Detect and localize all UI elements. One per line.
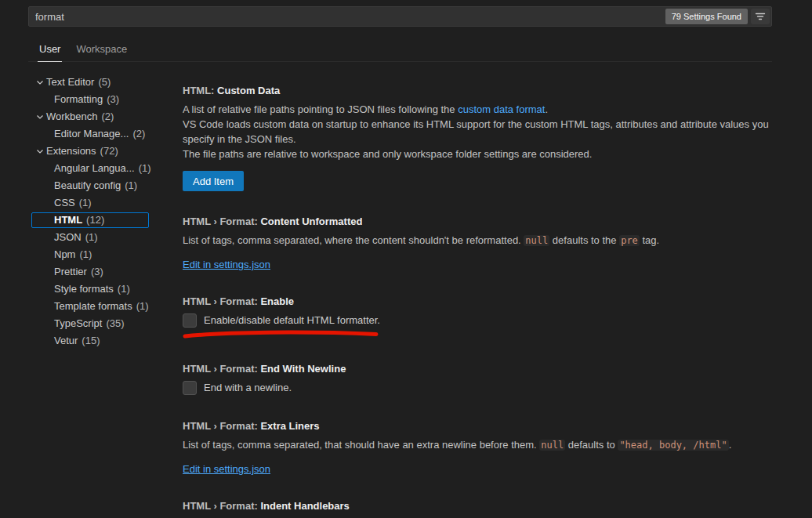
sidebar-item-label: Beautify config (54, 179, 121, 193)
sidebar-item-vetur[interactable]: Vetur(15) (31, 333, 149, 349)
sidebar-item-css[interactable]: CSS(1) (31, 195, 149, 211)
sidebar-item-label: Style formats (54, 282, 114, 296)
sidebar-item-style-formats[interactable]: Style formats(1) (31, 281, 149, 297)
sidebar-item-editor-manage[interactable]: Editor Manage...(2) (31, 126, 149, 142)
setting-html-format-extra-liners: HTML › Format: Extra LinersList of tags,… (183, 419, 781, 476)
tab-user[interactable]: User (38, 43, 62, 62)
setting-category: HTML › Format: (183, 363, 260, 375)
description-text: The file paths are relative to workspace… (183, 148, 592, 160)
setting-title: HTML › Format: Indent Handlebars (183, 499, 781, 513)
setting-title: HTML › Format: Content Unformatted (183, 215, 781, 228)
setting-category: HTML › Format: (183, 500, 260, 512)
setting-name: End With Newline (260, 363, 346, 375)
setting-html-format-end-with-newline: HTML › Format: End With NewlineEnd with … (183, 362, 781, 396)
checkbox-label: Enable/disable default HTML formatter. (204, 313, 380, 328)
setting-name: Enable (260, 295, 294, 307)
code-span: null (524, 235, 549, 246)
sidebar-item-template-formats[interactable]: Template formats(1) (31, 299, 149, 314)
sidebar-item-label: Vetur (54, 334, 78, 348)
description-text: defaults to the (549, 234, 619, 246)
checkbox[interactable] (183, 381, 197, 395)
setting-html-format-indent-handlebars: HTML › Format: Indent HandlebarsFormat a… (183, 499, 781, 518)
setting-category: HTML: (183, 85, 217, 96)
sidebar-item-label: CSS (54, 196, 75, 210)
sidebar-item-json[interactable]: JSON(1) (31, 230, 149, 245)
sidebar-item-count: (1) (139, 161, 151, 176)
description-text: List of tags, comma separated, where the… (183, 234, 524, 246)
setting-name: Custom Data (217, 85, 280, 96)
setting-title: HTML: Custom Data (183, 84, 781, 97)
setting-html-format-enable: HTML › Format: EnableEnable/disable defa… (183, 295, 781, 339)
description-text: . (729, 439, 732, 451)
code-span: pre (619, 235, 640, 246)
description-text: tag. (640, 234, 659, 246)
sidebar-item-count: (3) (91, 265, 103, 279)
sidebar-item-count: (2) (102, 110, 114, 124)
sidebar-item-label: Extensions (46, 144, 96, 158)
sidebar-item-text-editor[interactable]: Text Editor(5) (31, 74, 149, 90)
setting-name: Content Unformatted (260, 216, 362, 227)
tab-workspace[interactable]: Workspace (74, 43, 129, 62)
sidebar-item-angular-langua[interactable]: Angular Langua...(1) (31, 161, 149, 176)
setting-category: HTML › Format: (183, 420, 260, 432)
sidebar-item-label: Prettier (54, 265, 87, 279)
chevron-down-icon (34, 76, 46, 89)
description-text: defaults to (565, 439, 618, 451)
sidebar-item-beautify-config[interactable]: Beautify config(1) (31, 178, 149, 194)
checkbox-label: End with a newline. (204, 380, 292, 396)
sidebar-item-label: HTML (54, 213, 82, 227)
checkbox-row: Enable/disable default HTML formatter. (183, 313, 781, 328)
setting-html-custom-data: HTML: Custom DataA list of relative file… (183, 84, 781, 191)
sidebar-item-count: (35) (106, 317, 124, 331)
setting-description: List of tags, comma separated, that shou… (183, 437, 781, 453)
code-span: null (539, 440, 565, 451)
add-item-button[interactable]: Add Item (183, 171, 244, 191)
sidebar-item-prettier[interactable]: Prettier(3) (31, 264, 149, 280)
filter-icon[interactable] (751, 9, 770, 24)
checkbox[interactable] (183, 313, 197, 328)
setting-html-format-content-unformatted: HTML › Format: Content UnformattedList o… (183, 215, 781, 271)
red-underline-annotation (183, 329, 781, 339)
setting-description: List of tags, comma separated, where the… (183, 233, 781, 248)
edit-in-settings-json-link[interactable]: Edit in settings.json (183, 462, 270, 476)
sidebar-item-label: Workbench (46, 110, 98, 124)
sidebar-item-formatting[interactable]: Formatting(3) (31, 92, 149, 107)
setting-title: HTML › Format: Enable (183, 295, 781, 308)
sidebar-item-label: JSON (54, 230, 82, 245)
sidebar-item-extensions[interactable]: Extensions(72) (31, 143, 149, 159)
sidebar-item-count: (3) (107, 92, 119, 107)
sidebar-item-label: Text Editor (46, 75, 94, 89)
sidebar-item-count: (1) (125, 179, 137, 193)
sidebar-item-count: (5) (98, 75, 111, 89)
setting-title: HTML › Format: End With Newline (183, 362, 781, 375)
setting-description: VS Code loads custom data on startup to … (183, 117, 781, 147)
settings-search-bar: 79 Settings Found (28, 6, 772, 27)
sidebar-item-count: (15) (82, 334, 100, 348)
settings-search-input[interactable] (28, 6, 772, 27)
doc-link[interactable]: custom data format (458, 103, 545, 115)
settings-tabs: UserWorkspace (28, 39, 772, 62)
sidebar-item-count: (12) (86, 213, 104, 227)
setting-category: HTML › Format: (183, 216, 260, 227)
sidebar-item-npm[interactable]: Npm(1) (31, 247, 149, 263)
description-text: Enable/disable default HTML formatter. (204, 314, 380, 326)
sidebar-item-count: (1) (136, 299, 149, 313)
sidebar-item-label: Template formats (54, 299, 132, 313)
sidebar-item-workbench[interactable]: Workbench(2) (31, 109, 149, 125)
setting-name: Extra Liners (260, 420, 319, 432)
description-text: A list of relative file paths pointing t… (183, 103, 458, 115)
description-text: End with a newline. (204, 382, 292, 393)
sidebar-item-html[interactable]: HTML(12) (31, 212, 149, 228)
setting-category: HTML › Format: (183, 295, 260, 307)
sidebar-item-count: (2) (132, 127, 145, 141)
description-text: . (545, 103, 548, 115)
sidebar-item-label: Formatting (54, 92, 103, 107)
setting-description: The file paths are relative to workspace… (183, 147, 781, 161)
chevron-down-icon (34, 145, 46, 158)
edit-in-settings-json-link[interactable]: Edit in settings.json (183, 258, 270, 271)
settings-count-badge: 79 Settings Found (665, 9, 748, 24)
settings-toc: Text Editor(5)Formatting(3)Workbench(2)E… (31, 74, 185, 518)
sidebar-item-typescript[interactable]: TypeScript(35) (31, 316, 149, 331)
sidebar-item-label: Npm (54, 248, 75, 262)
sidebar-item-count: (1) (79, 248, 92, 262)
